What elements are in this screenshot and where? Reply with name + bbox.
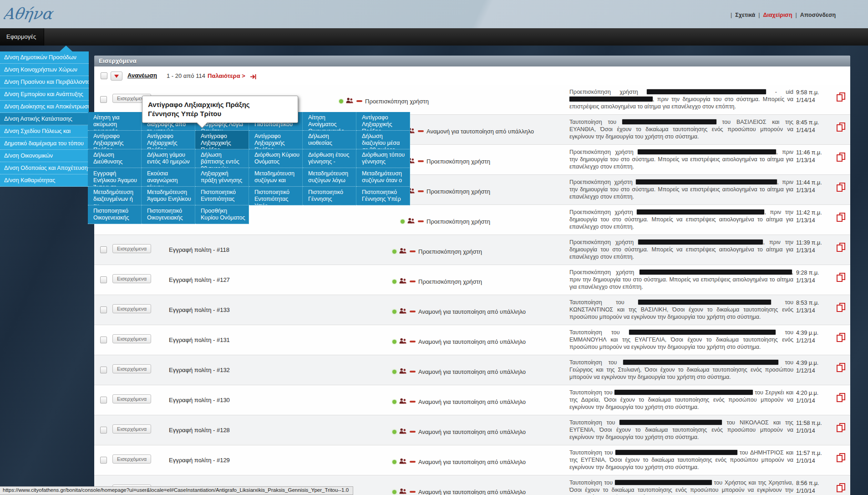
- sidebar-item[interactable]: Δ/νση Εμπορίου και Ανάπτυξης: [0, 88, 89, 101]
- case-copy-icon[interactable]: [837, 453, 845, 462]
- menu-item[interactable]: Προσθήκη Κυρίου Ονόματος: [195, 205, 249, 224]
- table-row[interactable]: Εισερχόμενα Εγγραφή πολίτη - #129 Αναμον…: [94, 445, 850, 475]
- sidebar-item[interactable]: Δ/νση Καθαριότητας: [0, 174, 89, 187]
- case-copy-icon[interactable]: [837, 92, 845, 101]
- row-title[interactable]: Εγγραφή πολίτη - #133: [169, 306, 230, 313]
- case-copy-icon[interactable]: [837, 273, 845, 281]
- tab-applications[interactable]: Εφαρμογές: [0, 28, 44, 46]
- row-checkbox[interactable]: [100, 337, 107, 343]
- case-copy-icon[interactable]: [837, 393, 845, 402]
- row-title[interactable]: Εγγραφή πολίτη - #131: [169, 337, 230, 343]
- row-title[interactable]: Εγγραφή πολίτη - #127: [169, 276, 230, 283]
- row-checkbox[interactable]: [100, 96, 107, 103]
- table-row[interactable]: Εισερχόμενα Εγγραφή πολίτη - #132 Αναμον…: [94, 355, 850, 385]
- menu-item[interactable]: Αντίγραφο Ληξιαρχικής Πράξης: [88, 131, 142, 149]
- case-copy-icon[interactable]: [837, 333, 845, 342]
- row-timestamp: 8:53 π.μ. 1/13/14: [796, 299, 819, 315]
- row-title[interactable]: Εγγραφή πολίτη - #129: [169, 457, 230, 464]
- menu-item[interactable]: Εγγραφή Ενήλικου Άγαμου Άντρα σε: [88, 168, 142, 187]
- top-banner: Αθήνα |Σχετικά|Διαχείριση|Αποσύνδεση: [0, 0, 868, 28]
- top-link-active[interactable]: Διαχείριση: [763, 12, 792, 18]
- menu-item[interactable]: Διόρθωση έτους γέννησης -: [303, 149, 356, 168]
- select-all-checkbox[interactable]: [101, 72, 107, 79]
- row-status-label: Προεπισκόπηση χρήστη: [426, 218, 490, 225]
- top-link-item[interactable]: Αποσύνδεση: [800, 12, 836, 18]
- menu-item[interactable]: Αντίγραφο Ληξιαρχικής Πράξης: [142, 131, 195, 149]
- case-copy-icon[interactable]: [837, 363, 845, 372]
- row-checkbox[interactable]: [100, 457, 107, 464]
- row-title[interactable]: Εγγραφή πολίτη - #130: [169, 397, 230, 403]
- sidebar-item[interactable]: Δ/νση Δημοτικών Προσόδων: [0, 51, 89, 64]
- menu-item[interactable]: Μεταδημότευση συζύγων λόγω: [303, 168, 356, 187]
- last-page-icon[interactable]: [250, 73, 257, 82]
- case-copy-icon[interactable]: [837, 183, 845, 191]
- menu-item[interactable]: Πιστοποιητικό Γέννησης Υπέρ: [356, 187, 410, 205]
- row-time: 4:39 μ.μ.: [796, 359, 818, 367]
- menu-item[interactable]: Πιστοποιητικό Εντοπιότητας: [195, 187, 249, 205]
- sidebar-item[interactable]: Δ/νση Σχεδίου Πόλεως και: [0, 125, 89, 138]
- menu-item[interactable]: Αντίγραφο Ληξιαρχικής Πράξης: [195, 131, 249, 149]
- top-link-item[interactable]: Σχετικά: [735, 12, 755, 18]
- sidebar-item[interactable]: Δημοτικό διαμέρισμα του τόπου: [0, 138, 89, 150]
- menu-item[interactable]: Μεταδημότευση συζύγων όταν ο: [356, 168, 410, 187]
- table-row[interactable]: Εισερχόμενα Εγγραφή πολίτη - #133 Αναμον…: [94, 295, 850, 325]
- green-status-dot-icon: [339, 99, 343, 103]
- case-copy-icon[interactable]: [837, 213, 845, 221]
- menu-item[interactable]: Διόρθωση Κύριου Ονόματος: [249, 149, 303, 168]
- table-row[interactable]: Εισερχόμενα Εγγραφή πολίτη - #130 Αναμον…: [94, 385, 850, 415]
- menu-item[interactable]: Μεταδημότευση διαζευγμένων ή εν: [88, 187, 142, 205]
- row-title[interactable]: Εγγραφή πολίτη - #132: [169, 367, 230, 373]
- green-status-dot-icon: [392, 460, 396, 464]
- menu-item[interactable]: Πιστοποιητικό Γέννησης: [303, 187, 356, 205]
- table-row[interactable]: Εισερχόμενα Εγγραφή πολίτη - #128 Αναμον…: [94, 415, 850, 445]
- menu-item[interactable]: Αντίγραφο Ληξιαρχικής Πράξης: [356, 112, 410, 131]
- case-copy-icon[interactable]: [837, 153, 845, 161]
- refresh-link[interactable]: Ανανέωση: [127, 72, 157, 79]
- green-status-dot-icon: [392, 490, 396, 494]
- table-row[interactable]: Εισερχόμενα Εγγραφή πολίτη - #127 Προεπι…: [94, 265, 850, 295]
- green-status-dot-icon: [392, 310, 396, 314]
- menu-item[interactable]: Μεταδημότευση Άγαμου Ενηλίκου: [142, 187, 195, 205]
- row-title[interactable]: Εγγραφή πολίτη - #118: [169, 246, 229, 253]
- row-title[interactable]: Εγγραφή πολίτη - #128: [169, 427, 230, 434]
- table-row[interactable]: Εισερχόμενα Εγγραφή πολίτη - #118 Προεπι…: [94, 235, 850, 265]
- menu-item[interactable]: Δήλωση γάμου εντός 40 ημερών: [142, 149, 195, 168]
- menu-item[interactable]: Εκούσια αναγνώριση τέκνου: [142, 168, 195, 187]
- case-copy-icon[interactable]: [837, 122, 845, 131]
- row-time: 11:39 π.μ.: [796, 239, 822, 247]
- table-row[interactable]: Εισερχόμενα Εγγραφή πολίτη - #131 Αναμον…: [94, 325, 850, 355]
- menu-item[interactable]: Δήλωση Διεύθυνσης: [88, 149, 142, 168]
- menu-item[interactable]: Αντίγραφο Ληξιαρχικής Πράξης: [249, 131, 303, 149]
- row-checkbox[interactable]: [100, 427, 107, 434]
- sidebar-item[interactable]: Δ/νση Πρασίνου και Περιβάλλοντος: [0, 76, 89, 88]
- menu-item[interactable]: Ληξιαρχική πράξη γέννησης: [195, 168, 249, 187]
- sidebar-item[interactable]: Δ/νση Διοίκησης και Αποκέντρωσης: [0, 101, 89, 113]
- row-checkbox[interactable]: [100, 276, 107, 283]
- sidebar-item[interactable]: Δ/νση Οικονομικών: [0, 150, 89, 162]
- row-description: Προεπισκόπηση χρήστη , πριν την δημιουργ…: [569, 179, 793, 200]
- row-checkbox[interactable]: [100, 246, 107, 253]
- row-checkbox[interactable]: [100, 306, 107, 313]
- menu-item[interactable]: Πιστοποιητικό Οικογενειακής: [142, 205, 195, 224]
- menu-item[interactable]: Δήλωση βάπτισης εντός 90 ημερών: [195, 149, 249, 168]
- case-copy-icon[interactable]: [837, 423, 845, 432]
- menu-item[interactable]: Πιστοποιητικό Εντοπιότητας Υπέρ: [249, 187, 303, 205]
- row-checkbox[interactable]: [100, 367, 107, 373]
- menu-item[interactable]: Αίτηση για ακύρωση εγγραφής: [88, 112, 142, 131]
- menu-item[interactable]: Δήλωση υιοθεσίας: [303, 131, 356, 149]
- people-icon: [399, 337, 407, 346]
- case-copy-icon[interactable]: [837, 303, 845, 311]
- menu-item[interactable]: Αίτηση Ανοίγματος Οικογενειακής: [303, 112, 356, 131]
- menu-item[interactable]: Δήλωση διαζυγίου μέσα σε 30 ημέρες: [356, 131, 410, 149]
- sidebar-item[interactable]: Δ/νση Οδοποιίας και Αποχέτευσης: [0, 162, 89, 174]
- case-copy-icon[interactable]: [837, 243, 845, 251]
- case-copy-icon[interactable]: [837, 483, 845, 492]
- sidebar-item[interactable]: Δ/νση Αστικής Κατάστασης: [0, 113, 89, 125]
- menu-item[interactable]: Πιστοποιητικό Οικογενειακής: [88, 205, 142, 224]
- menu-item[interactable]: Διόρθωση τόπου γέννησης: [356, 149, 410, 168]
- row-checkbox[interactable]: [100, 397, 107, 403]
- bulk-actions-dropdown[interactable]: [111, 71, 122, 81]
- older-pages-link[interactable]: Παλαιότερα >: [208, 72, 245, 79]
- sidebar-item[interactable]: Δ/νση Κοινοχρήστων Χώρων: [0, 64, 89, 76]
- menu-item[interactable]: Μεταδημότευση συζύγων και: [249, 168, 303, 187]
